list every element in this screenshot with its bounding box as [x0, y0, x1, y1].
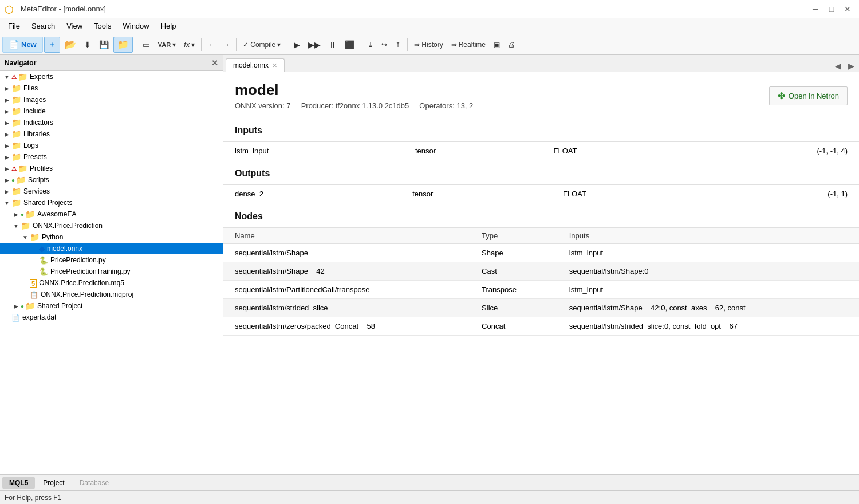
tree-label-experts_dat: experts.dat: [22, 313, 56, 321]
tree-item-images[interactable]: ▶📁Images: [0, 94, 223, 105]
print-icon: 🖨: [508, 41, 515, 49]
expand-icon-services: ▶: [2, 188, 11, 195]
new-button[interactable]: 📄 New: [2, 37, 43, 53]
tree-label-priceprediction_training: PricePredictionTraining.py: [50, 267, 131, 275]
tree-item-shared_project[interactable]: ▶●📁Shared Project: [0, 300, 223, 312]
open-netron-button[interactable]: ✤ Open in Netron: [769, 86, 848, 105]
tree-item-presets[interactable]: ▶📁Presets: [0, 151, 223, 163]
dropdown-icon: ▾: [172, 41, 176, 49]
play-button[interactable]: ▶: [290, 37, 304, 53]
pause-button[interactable]: ⏸: [325, 37, 340, 53]
save-icon: 💾: [99, 40, 109, 49]
tree-label-scripts: Scripts: [28, 176, 49, 184]
expand-icon-shared_projects: ▼: [2, 200, 11, 206]
producer-label: Producer:: [301, 101, 333, 110]
tree-item-files[interactable]: ▶📁Files: [0, 82, 223, 94]
tree-item-onnx_price_prediction[interactable]: ▼📁ONNX.Price.Prediction: [0, 220, 223, 231]
menu-help[interactable]: Help: [155, 19, 182, 33]
tree-item-scripts[interactable]: ▶●📁Scripts: [0, 174, 223, 186]
tree-item-experts[interactable]: ▼⚠📁Experts: [0, 71, 223, 82]
expand-icon-experts: ▼: [2, 74, 11, 80]
layout-button[interactable]: ▣: [490, 37, 503, 53]
tab-model-onnx-close[interactable]: ✕: [272, 62, 277, 69]
var-icon: VAR: [158, 41, 171, 48]
var-button[interactable]: VAR ▾: [155, 37, 179, 53]
maximize-button[interactable]: □: [825, 3, 838, 15]
bottom-tab-project[interactable]: Project: [36, 477, 71, 489]
expand-icon-onnx_price_prediction: ▼: [11, 223, 21, 229]
tree-item-libraries[interactable]: ▶📁Libraries: [0, 128, 223, 140]
minimize-button[interactable]: ─: [809, 3, 822, 15]
folder-icon-onnx_mq5: 5: [30, 278, 37, 288]
menu-window[interactable]: Window: [117, 19, 155, 33]
tab-scroll-right[interactable]: ▶: [846, 60, 857, 72]
tree-item-onnx_mqproj[interactable]: 📋ONNX.Price.Prediction.mqproj: [0, 289, 223, 300]
folder-icon-shared_projects: 📁: [11, 198, 21, 207]
tree-item-awesomeea[interactable]: ▶●📁AwesomeEA: [0, 208, 223, 220]
menu-file[interactable]: File: [2, 19, 26, 33]
close-button[interactable]: ✕: [841, 3, 854, 15]
node-row: sequential/lstm/Shape Shape lstm_input: [223, 244, 859, 262]
bottom-tab-mql5[interactable]: MQL5: [2, 477, 35, 489]
tree-label-include: Include: [23, 107, 46, 115]
menu-tools[interactable]: Tools: [88, 19, 117, 33]
folder-icon-priceprediction_py: 🐍: [39, 255, 48, 265]
output-name: dense_2: [223, 185, 401, 203]
expand-icon-logs: ▶: [2, 143, 11, 149]
folder-icon-indicators: 📁: [11, 118, 21, 127]
node-inputs: lstm_input: [558, 281, 859, 299]
tab-scroll-left[interactable]: ◀: [833, 60, 844, 72]
tree-item-profiles[interactable]: ▶⚠📁Profiles: [0, 163, 223, 174]
output-shape: (-1, 1): [711, 185, 859, 203]
tree-item-shared_projects[interactable]: ▼📁Shared Projects: [0, 197, 223, 208]
folder-icon-scripts: 📁: [16, 175, 26, 184]
tree-item-priceprediction_py[interactable]: 🐍PricePrediction.py: [0, 254, 223, 266]
history-button[interactable]: ⇒ History: [411, 37, 446, 53]
outputs-table: dense_2 tensor FLOAT (-1, 1): [223, 184, 859, 203]
node-inputs: lstm_input: [558, 244, 859, 262]
node-type: Transpose: [470, 281, 558, 299]
menu-view[interactable]: View: [61, 19, 88, 33]
menu-search[interactable]: Search: [26, 19, 61, 33]
step-in-button[interactable]: ⤓: [364, 37, 377, 53]
forward-button[interactable]: →: [219, 37, 233, 53]
content-area: model ONNX version: 7 Producer: tf2onnx …: [223, 72, 859, 474]
step-out-button[interactable]: ⤒: [392, 37, 404, 53]
navigator-close-button[interactable]: ✕: [211, 58, 218, 68]
bottom-tab-database[interactable]: Database: [73, 477, 116, 489]
separator-5: [361, 38, 361, 51]
stop-button[interactable]: ⬛: [341, 37, 358, 53]
add-button[interactable]: ＋: [44, 37, 60, 53]
folder-button[interactable]: 📁: [113, 37, 133, 53]
tree-item-experts_dat[interactable]: 📄experts.dat: [0, 312, 223, 323]
tree-item-onnx_mq5[interactable]: 5ONNX.Price.Prediction.mq5: [0, 277, 223, 289]
tree-item-model_onnx[interactable]: ◆model.onnx: [0, 243, 223, 254]
producer: tf2onnx 1.13.0 2c1db5: [336, 101, 409, 110]
play2-button[interactable]: ▶▶: [305, 37, 324, 53]
print-button[interactable]: 🖨: [505, 37, 518, 53]
tree-item-indicators[interactable]: ▶📁Indicators: [0, 117, 223, 128]
window-title: MetaEditor - [model.onnx]: [21, 5, 809, 13]
folder-icon-services: 📁: [11, 187, 21, 196]
history-arrow-icon: ⇒: [414, 41, 420, 49]
redo-button[interactable]: ↪: [378, 37, 391, 53]
fx-button[interactable]: fx ▾: [180, 37, 198, 53]
open-button[interactable]: 📂: [61, 37, 80, 53]
expand-icon-shared_project: ▶: [11, 303, 21, 309]
col-type: Type: [470, 228, 558, 244]
back-button[interactable]: ←: [204, 37, 218, 53]
save-button[interactable]: 💾: [96, 37, 112, 53]
tree-item-include[interactable]: ▶📁Include: [0, 105, 223, 117]
compile-button[interactable]: ✓ Compile ▾: [239, 37, 284, 53]
tree-item-python[interactable]: ▼📁Python: [0, 231, 223, 243]
tree-item-priceprediction_training[interactable]: 🐍PricePredictionTraining.py: [0, 266, 223, 277]
history-label: History: [421, 41, 443, 49]
tree-item-services[interactable]: ▶📁Services: [0, 186, 223, 197]
tree-item-logs[interactable]: ▶📁Logs: [0, 140, 223, 151]
download-button[interactable]: ⬇: [81, 37, 94, 53]
folder-icon-images: 📁: [11, 95, 21, 104]
tab-model-onnx[interactable]: model.onnx ✕: [226, 58, 285, 72]
realtime-button[interactable]: ⇒ Realtime: [448, 37, 489, 53]
node-name: sequential/lstm/Shape: [223, 244, 470, 262]
navigate-back-button[interactable]: ▭: [139, 37, 153, 53]
